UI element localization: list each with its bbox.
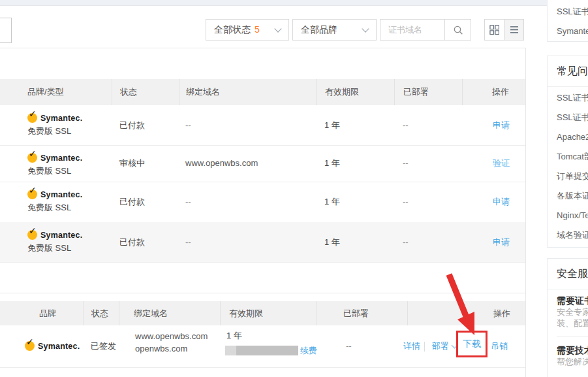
apply-link[interactable]: 申请 (462, 182, 510, 222)
issued-cert-table-header: 品牌 状态 绑定域名 有效期限 已部署 操作 (0, 301, 525, 325)
col-status: 状态 (83, 301, 119, 325)
status-count-badge: 5 (255, 24, 260, 35)
brand-cell: Symantec. 免费版 SSL (27, 229, 82, 254)
chevron-down-icon (274, 25, 281, 32)
table-row: Symantec. 免费版 SSL 已付款 -- 1 年 -- 申请 (0, 182, 525, 223)
brand-cell: Symantec. 免费版 SSL (27, 188, 82, 214)
faq-link[interactable]: Tomcat部 (557, 147, 588, 167)
issued-cert-row: Symantec. 已签发 www.openwbs.com openwbs.co… (0, 325, 525, 368)
faq-title: 常见问题 (548, 56, 588, 87)
brand-cell: Symantec. 免费版 SSL (27, 112, 82, 137)
action-divider (424, 342, 425, 352)
domain-cell: www.openwbs.com openwbs.com (135, 331, 208, 355)
list-icon (509, 25, 519, 35)
symantec-check-icon (25, 341, 35, 351)
col-actions: 操作 (407, 301, 525, 325)
apply-link[interactable]: 申请 (462, 105, 510, 145)
deployed-cell: -- (403, 145, 409, 182)
download-link[interactable]: 下载 (463, 338, 481, 350)
sidebar-security-services-card: 安全服务 需要证书 安全专家 装、配置 需要技术 帮您解决 (547, 258, 588, 377)
download-highlight-box: 下载 (456, 331, 487, 357)
status-cell: 已签发 (91, 325, 116, 367)
service-item-desc: 装、配置 (557, 318, 588, 329)
ssl-certificate-console: 全部状态5 全部品牌 品牌/类型 (0, 0, 588, 377)
renew-link[interactable]: 续费 (300, 345, 317, 356)
service-item-title[interactable]: 需要证书 (557, 295, 588, 306)
validity-cell: 1 年 (324, 182, 340, 222)
deployed-cell: -- (403, 222, 409, 262)
status-cell: 已付款 (119, 222, 145, 262)
search-button[interactable] (444, 20, 471, 40)
faq-link[interactable]: 各版本证 (557, 186, 588, 206)
brand-filter-dropdown[interactable]: 全部品牌 (292, 19, 377, 41)
col-brand: 品牌 (20, 301, 83, 325)
status-cell: 已付款 (119, 105, 145, 145)
faq-link[interactable]: SSL证书退 (557, 108, 588, 127)
validity-progress-fill (236, 346, 298, 355)
revoke-link[interactable]: 吊销 (491, 325, 508, 367)
table-row: Symantec. 免费版 SSL 已付款 -- 1 年 -- 申请 (0, 222, 525, 263)
page-top-strip (0, 0, 588, 6)
section-divider (0, 293, 525, 293)
cert-table-header: 品牌/类型 状态 绑定域名 有效期限 已部署 操作 (0, 79, 525, 105)
deployed-cell: -- (403, 182, 409, 222)
service-item-title[interactable]: 需要技术 (557, 344, 588, 356)
apply-link[interactable]: 申请 (462, 222, 510, 262)
magnifier-icon (453, 25, 463, 35)
table-row: Symantec. 免费版 SSL 已付款 -- 1 年 -- 申请 (0, 105, 525, 146)
faq-link[interactable]: 订单提交 (557, 167, 588, 186)
service-item-desc: 安全专家 (557, 306, 588, 318)
col-domain: 绑定域名 (179, 79, 316, 105)
domain-cell: -- (185, 222, 191, 262)
validity-cell: 1 年 (324, 105, 340, 145)
verify-link[interactable]: 验证 (462, 145, 510, 182)
symantec-check-icon (27, 230, 37, 240)
domain-cell: -- (185, 182, 191, 222)
sidebar-faq-card: 常见问题 SSL证书续 SSL证书退 Apache2 Tomcat部 订单提交 … (547, 56, 588, 248)
col-validity: 有效期限 (316, 79, 394, 105)
symantec-check-icon (27, 113, 37, 123)
grid-icon (489, 25, 499, 35)
col-deployed: 已部署 (394, 79, 462, 105)
sidebar-link-ssl-install[interactable]: SSL证书安 (557, 2, 588, 22)
validity-cell: 1 年 (324, 145, 340, 182)
faq-link[interactable]: Apache2 (557, 127, 588, 147)
brand-filter-label: 全部品牌 (301, 24, 337, 36)
col-brand-type: 品牌/类型 (20, 79, 112, 105)
service-item-desc: 帮您解决 (557, 356, 588, 367)
status-filter-dropdown[interactable]: 全部状态5 (206, 19, 289, 41)
status-cell: 已付款 (119, 182, 145, 222)
list-view-button[interactable] (504, 19, 524, 41)
faq-link[interactable]: 域名验证 (557, 225, 588, 245)
truncated-left-control[interactable] (0, 18, 12, 43)
symantec-check-icon (27, 189, 37, 199)
validity-cell: 1 年 (324, 222, 340, 262)
main-panel: 品牌/类型 状态 绑定域名 有效期限 已部署 操作 Symantec. 免费版 … (0, 48, 526, 377)
brand-cell: Symantec. 免费版 SSL (27, 152, 82, 177)
col-status: 状态 (112, 79, 179, 105)
chevron-down-icon (362, 25, 369, 32)
faq-link[interactable]: SSL证书续 (557, 88, 588, 108)
validity-progress-bar (225, 346, 298, 355)
deployed-cell: -- (403, 105, 409, 145)
domain-search-box (380, 19, 471, 41)
status-filter-label: 全部状态5 (214, 24, 260, 36)
col-domain: 绑定域名 (119, 301, 220, 325)
col-validity: 有效期限 (220, 301, 317, 325)
service-divider (557, 336, 588, 336)
faq-link[interactable]: Nginx/Te (557, 206, 588, 225)
col-actions: 操作 (462, 79, 525, 105)
sidebar-link-symantec[interactable]: Symantec (557, 22, 588, 41)
details-link[interactable]: 详情 (403, 325, 420, 367)
domain-search-input[interactable] (380, 20, 444, 40)
validity-cell: 1 年 (226, 330, 242, 341)
security-services-title: 安全服务 (548, 259, 588, 289)
domain-cell: www.openwbs.com (185, 145, 258, 182)
status-cell: 审核中 (119, 145, 145, 182)
symantec-check-icon (27, 153, 37, 163)
card-view-button[interactable] (484, 19, 504, 41)
deploy-link[interactable]: 部署 (432, 325, 457, 367)
sidebar-quicklinks-card: SSL证书安 Symantec (547, 0, 588, 42)
deployed-cell: -- (346, 325, 352, 367)
domain-cell: -- (185, 105, 191, 145)
